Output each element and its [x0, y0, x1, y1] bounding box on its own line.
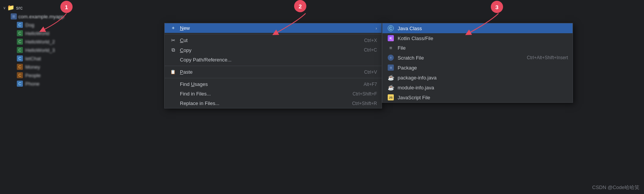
- submenu-arrow-icon: ›: [375, 26, 377, 31]
- find-usages-shortcut: Alt+F7: [364, 82, 377, 87]
- cut-shortcut: Ctrl+X: [364, 38, 377, 43]
- find-in-files-shortcut: Ctrl+Shift+F: [353, 91, 377, 97]
- menu-item-package-label: Package: [398, 65, 568, 71]
- class-icon: C: [17, 81, 23, 87]
- class-icon: C: [17, 47, 23, 53]
- class-icon: C: [17, 30, 23, 36]
- menu-item-module-info[interactable]: ☕ module-info.java: [382, 82, 573, 92]
- item-label: Money: [25, 64, 40, 70]
- menu-item-javascript-file[interactable]: JS JavaScript File: [382, 92, 573, 102]
- menu-item-new[interactable]: ✦ New ›: [165, 23, 382, 33]
- class-icon: C: [17, 22, 23, 28]
- menu-item-find-in-files[interactable]: Find in Files... Ctrl+Shift+F: [165, 89, 382, 99]
- menu-item-find-usages[interactable]: Find Usages Alt+F7: [165, 79, 382, 89]
- package-label: com.example.myapp: [18, 14, 64, 19]
- menu-divider: [165, 34, 382, 34]
- folder-icon: 📁: [7, 4, 15, 11]
- item-label: Phone: [25, 81, 40, 87]
- annotation-2: 2: [294, 0, 306, 12]
- menu-item-copy[interactable]: ⧉ Copy Ctrl+C: [165, 45, 382, 55]
- menu-item-java-class[interactable]: C Java Class: [382, 23, 573, 33]
- menu-item-cut[interactable]: ✂ Cut Ctrl+X: [165, 36, 382, 45]
- item-label: People: [25, 73, 40, 78]
- menu-item-replace-in-files[interactable]: Replace in Files... Ctrl+Shift+R: [165, 99, 382, 108]
- item-label: HelloWorld_3: [25, 47, 55, 53]
- list-item[interactable]: C HelloWorld: [0, 29, 164, 37]
- item-label: HelloWorld: [25, 31, 49, 36]
- menu-item-javascript-file-label: JavaScript File: [398, 95, 568, 100]
- copy-shortcut: Ctrl+C: [364, 47, 377, 53]
- list-item[interactable]: C People: [0, 71, 164, 79]
- menu-item-replace-in-files-label: Replace in Files...: [180, 100, 349, 106]
- list-item[interactable]: C Phone: [0, 79, 164, 88]
- menu-item-kotlin-class[interactable]: K Kotlin Class/File: [382, 33, 573, 43]
- copy-icon: ⧉: [169, 47, 177, 53]
- menu-item-file[interactable]: ≡ File: [382, 43, 573, 53]
- scissors-icon: ✂: [169, 37, 177, 43]
- item-label: HelloWorld_2: [25, 39, 55, 45]
- chevron-down-icon: ∨: [3, 6, 6, 10]
- menu-item-copy-path[interactable]: Copy Path/Reference...: [165, 55, 382, 65]
- menu-item-copy-path-label: Copy Path/Reference...: [180, 57, 377, 63]
- menu-item-cut-label: Cut: [180, 37, 361, 43]
- menu-item-find-in-files-label: Find in Files...: [180, 91, 350, 97]
- scratch-file-shortcut: Ctrl+Alt+Shift+Insert: [527, 55, 568, 60]
- src-label: src: [16, 5, 23, 11]
- menu-item-paste[interactable]: 📋 Paste Ctrl+V: [165, 67, 382, 77]
- kotlin-icon: K: [387, 35, 395, 41]
- annotation-1: 1: [60, 1, 73, 13]
- menu-item-paste-label: Paste: [180, 69, 361, 75]
- item-label: Dog: [25, 22, 34, 28]
- class-icon: C: [17, 39, 23, 45]
- sidebar-src-row[interactable]: ∨ 📁 src: [0, 3, 164, 12]
- file-icon: ≡: [387, 45, 395, 51]
- java-cup-2-icon: ☕: [387, 84, 395, 91]
- java-class-icon: C: [387, 25, 395, 31]
- class-icon: C: [17, 55, 23, 61]
- context-menu-1: ✦ New › ✂ Cut Ctrl+X ⧉ Copy Ctrl+C Copy …: [164, 23, 382, 108]
- list-item[interactable]: C Money: [0, 63, 164, 71]
- menu-item-package-info-label: package-info.java: [398, 75, 568, 81]
- menu-item-package-info[interactable]: ☕ package-info.java: [382, 73, 573, 82]
- menu-divider-2: [165, 66, 382, 66]
- paste-icon: 📋: [169, 70, 177, 74]
- item-label: letChat: [25, 56, 41, 61]
- package-menu-icon: ⊞: [387, 65, 395, 71]
- scratch-file-icon: ≡: [387, 55, 395, 61]
- sidebar-package-row[interactable]: ⊞ com.example.myapp: [0, 12, 164, 21]
- replace-in-files-shortcut: Ctrl+Shift+R: [352, 101, 377, 106]
- java-cup-icon: ☕: [387, 74, 395, 81]
- context-menu-2: C Java Class K Kotlin Class/File ≡ File …: [382, 23, 573, 103]
- new-icon: ✦: [169, 25, 177, 31]
- menu-item-find-usages-label: Find Usages: [180, 81, 361, 87]
- menu-item-file-label: File: [398, 45, 568, 51]
- sidebar: ∨ 📁 src ⊞ com.example.myapp C Dog C Hell…: [0, 0, 164, 194]
- menu-item-package[interactable]: ⊞ Package: [382, 63, 573, 73]
- menu-item-new-label: New: [180, 25, 372, 31]
- menu-item-kotlin-class-label: Kotlin Class/File: [398, 36, 568, 41]
- menu-item-scratch-file[interactable]: ≡ Scratch File Ctrl+Alt+Shift+Insert: [382, 53, 573, 63]
- paste-shortcut: Ctrl+V: [364, 70, 377, 75]
- menu-item-copy-label: Copy: [180, 47, 361, 53]
- list-item[interactable]: C Dog: [0, 21, 164, 29]
- menu-item-java-class-label: Java Class: [398, 26, 568, 31]
- js-icon: JS: [387, 94, 395, 100]
- package-icon: ⊞: [11, 13, 17, 19]
- list-item[interactable]: C HelloWorld_2: [0, 37, 164, 46]
- class-icon: C: [17, 64, 23, 70]
- list-item[interactable]: C letChat: [0, 54, 164, 63]
- list-item[interactable]: C HelloWorld_3: [0, 46, 164, 54]
- annotation-3: 3: [491, 1, 503, 13]
- menu-item-scratch-file-label: Scratch File: [398, 55, 524, 61]
- menu-item-module-info-label: module-info.java: [398, 85, 568, 91]
- watermark: CSDN @Code哈哈笑: [592, 184, 639, 191]
- class-icon: C: [17, 72, 23, 78]
- menu-divider-3: [165, 78, 382, 78]
